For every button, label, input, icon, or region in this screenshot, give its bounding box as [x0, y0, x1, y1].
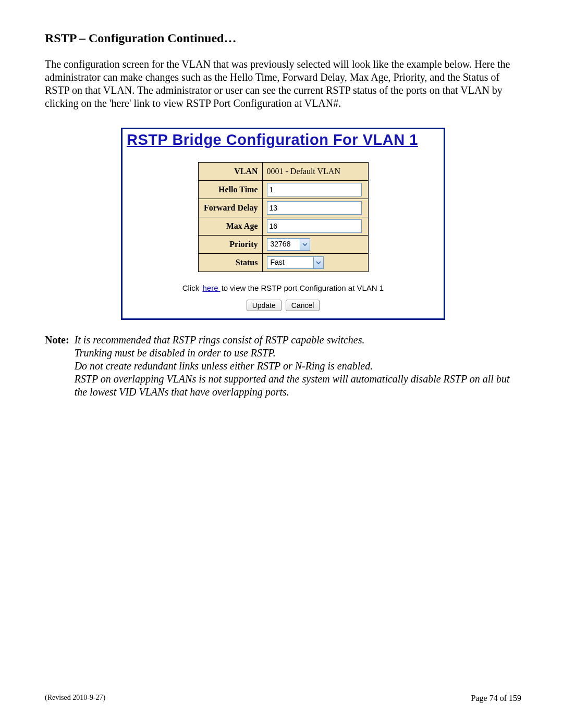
page-number: Page 74 of 159	[471, 694, 521, 703]
note-label: Note:	[45, 334, 75, 399]
note-line: Trunking must be disabled in order to us…	[75, 347, 276, 359]
table-row: VLAN 0001 - Default VLAN	[198, 163, 368, 181]
page-footer: (Revised 2010-9-27) Page 74 of 159	[45, 694, 521, 703]
forward-delay-input[interactable]	[267, 201, 362, 215]
label-status: Status	[198, 254, 262, 272]
status-select-value: Fast	[267, 257, 313, 268]
update-button[interactable]: Update	[247, 300, 282, 311]
label-vlan: VLAN	[198, 163, 262, 181]
label-priority: Priority	[198, 236, 262, 254]
note-line: Do not create redundant links unless eit…	[75, 360, 373, 372]
table-row: Priority 32768	[198, 236, 368, 254]
label-forward-delay: Forward Delay	[198, 199, 262, 217]
note-line: It is recommended that RSTP rings consis…	[75, 334, 365, 346]
note-line: RSTP on overlapping VLANs is not support…	[75, 373, 510, 398]
note-block: Note: It is recommended that RSTP rings …	[45, 334, 521, 399]
config-table: VLAN 0001 - Default VLAN Hello Time Forw…	[198, 162, 369, 272]
value-vlan: 0001 - Default VLAN	[262, 163, 368, 181]
chevron-down-icon	[313, 257, 323, 268]
panel-title: RSTP Bridge Configuration For VLAN 1	[123, 129, 444, 150]
table-row: Max Age	[198, 217, 368, 236]
table-row: Status Fast	[198, 254, 368, 272]
port-config-line: Click here to view the RSTP port Configu…	[132, 283, 434, 292]
status-select[interactable]: Fast	[267, 256, 324, 269]
hello-time-input[interactable]	[267, 183, 362, 196]
button-row: Update Cancel	[132, 300, 434, 311]
intro-paragraph: The configuration screen for the VLAN th…	[45, 58, 521, 110]
priority-select[interactable]: 32768	[267, 238, 310, 251]
priority-select-value: 32768	[267, 239, 300, 250]
revised-date: (Revised 2010-9-27)	[45, 694, 105, 703]
port-line-prefix: Click	[182, 283, 202, 292]
max-age-input[interactable]	[267, 219, 362, 233]
port-line-suffix: to view the RSTP port Configuration at V…	[222, 283, 384, 292]
chevron-down-icon	[300, 239, 310, 250]
cancel-button[interactable]: Cancel	[286, 300, 320, 311]
config-panel: RSTP Bridge Configuration For VLAN 1 VLA…	[121, 128, 445, 320]
page-heading: RSTP – Configuration Continued…	[45, 31, 521, 45]
table-row: Forward Delay	[198, 199, 368, 217]
label-hello-time: Hello Time	[198, 181, 262, 199]
label-max-age: Max Age	[198, 217, 262, 236]
table-row: Hello Time	[198, 181, 368, 199]
note-body: It is recommended that RSTP rings consis…	[75, 334, 521, 399]
here-link[interactable]: here	[201, 283, 221, 292]
